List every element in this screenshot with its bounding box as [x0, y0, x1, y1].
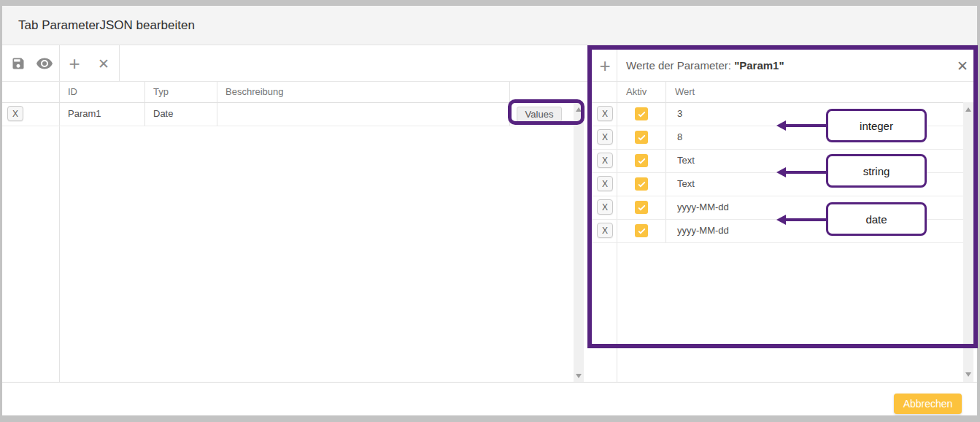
arrow-left-icon [776, 120, 786, 131]
close-icon: ✕ [98, 55, 109, 72]
save-button[interactable] [10, 55, 26, 72]
aktiv-checkbox[interactable] [635, 154, 648, 167]
aktiv-checkbox[interactable] [635, 224, 648, 237]
delete-value-button[interactable]: X [597, 153, 613, 168]
panel-header-divider [592, 102, 973, 103]
panel-divider [617, 50, 617, 382]
cell-wert[interactable]: Text [677, 172, 695, 196]
values-panel-title: Werte der Parameter: "Param1" [626, 50, 784, 82]
arrow-left-icon [776, 215, 786, 225]
grid-column-divider [59, 82, 60, 382]
delete-parameter-button[interactable]: ✕ [95, 45, 112, 82]
dialog-title-bar: Tab ParameterJSON bearbeiten [2, 6, 977, 45]
row-divider [592, 149, 963, 150]
add-value-button[interactable]: + [593, 50, 617, 82]
save-icon [11, 56, 26, 71]
checkmark-icon [637, 110, 647, 119]
main-grid-scrollbar[interactable] [574, 102, 584, 382]
cell-wert[interactable]: Text [677, 149, 695, 172]
cell-wert[interactable]: yyyy-MM-dd [677, 196, 729, 219]
column-header-wert[interactable]: Wert [675, 82, 695, 102]
values-panel-title-prefix: Werte der Parameter: [626, 59, 734, 72]
column-header-typ[interactable]: Typ [153, 82, 169, 102]
row-divider [592, 242, 963, 243]
scroll-up-arrow[interactable] [576, 107, 582, 112]
preview-button[interactable] [35, 55, 54, 72]
panel-column-divider [665, 82, 666, 242]
toolbar-divider [59, 45, 60, 82]
toolbar-bottom-divider [2, 81, 977, 82]
annotation-string: string [826, 154, 927, 188]
values-panel-title-param: "Param1" [734, 59, 784, 72]
column-header-aktiv[interactable]: Aktiv [626, 82, 647, 102]
checkmark-icon [637, 133, 647, 142]
delete-value-button[interactable]: X [597, 106, 613, 121]
column-header-beschreibung[interactable]: Beschreibung [225, 82, 284, 102]
close-icon: ✕ [957, 58, 968, 74]
cell-wert[interactable]: 3 [677, 102, 682, 126]
grid-column-divider [217, 82, 217, 126]
arrow-left-icon [776, 167, 786, 177]
annotation-arrow-line [785, 218, 826, 221]
delete-value-button[interactable]: X [597, 199, 613, 215]
delete-value-button[interactable]: X [597, 223, 613, 238]
checkmark-icon [637, 180, 647, 189]
close-values-panel-button[interactable]: ✕ [952, 50, 973, 82]
cell-id[interactable]: Param1 [68, 102, 101, 126]
cancel-button[interactable]: Abbrechen [894, 394, 962, 414]
aktiv-checkbox[interactable] [635, 177, 648, 191]
annotation-arrow-line [785, 171, 826, 174]
checkmark-icon [637, 226, 647, 236]
plus-icon: + [599, 55, 610, 77]
cell-wert[interactable]: 8 [677, 126, 682, 149]
annotation-arrow-line [785, 124, 826, 127]
cell-typ[interactable]: Date [153, 102, 173, 126]
annotation-integer: integer [826, 109, 927, 142]
checkmark-icon [637, 156, 647, 166]
grid-column-divider [509, 82, 510, 126]
screen: Tab ParameterJSON bearbeiten + ✕ ID Typ … [0, 0, 980, 422]
grid-row-divider [2, 126, 574, 126]
checkmark-icon [637, 203, 647, 212]
scroll-up-arrow[interactable] [965, 107, 971, 112]
eye-icon [36, 55, 53, 72]
aktiv-checkbox[interactable] [635, 107, 648, 120]
cell-wert[interactable]: yyyy-MM-dd [677, 219, 729, 242]
dialog-title: Tab ParameterJSON bearbeiten [2, 6, 195, 45]
values-panel-scrollbar[interactable] [963, 102, 973, 382]
add-parameter-button[interactable]: + [66, 45, 83, 82]
toolbar-divider [119, 45, 120, 82]
aktiv-checkbox[interactable] [635, 131, 648, 144]
annotation-date: date [826, 202, 927, 236]
plus-icon: + [69, 53, 80, 75]
values-button[interactable]: Values [517, 107, 562, 122]
delete-row-button[interactable]: X [7, 106, 23, 121]
footer-divider [2, 382, 977, 383]
delete-value-button[interactable]: X [597, 129, 613, 145]
scroll-down-arrow[interactable] [965, 372, 971, 377]
delete-value-button[interactable]: X [597, 176, 613, 191]
grid-column-divider [144, 82, 145, 126]
column-header-id[interactable]: ID [68, 82, 77, 102]
row-divider [592, 196, 963, 196]
aktiv-checkbox[interactable] [635, 201, 648, 214]
scroll-down-arrow[interactable] [576, 374, 582, 378]
